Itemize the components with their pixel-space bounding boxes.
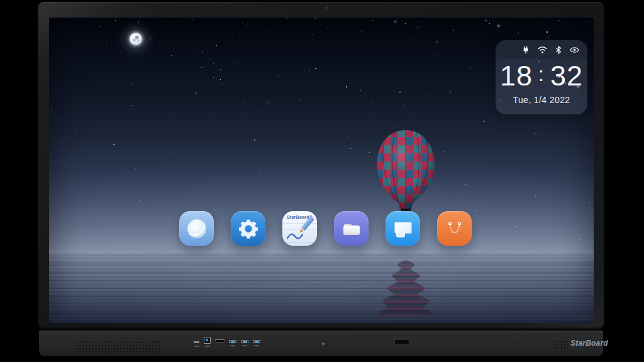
usb-b-touch-port [204,337,211,344]
usb-port [253,340,260,343]
usb-port [229,340,236,343]
folder-icon [340,217,363,240]
shopping-bag-icon [443,217,466,240]
hdmi-port [215,339,225,343]
bluetooth-icon [555,46,562,54]
screen-mirror-icon [392,217,414,240]
ac-port [194,341,199,343]
brand-logo: StarBoard [570,339,605,348]
soundbar-bezel: StarBoard [39,329,603,356]
app-icon-whiteboard[interactable]: StarBoard® [282,211,317,246]
ir-sensor-slot [394,339,409,344]
whiteboard-pencil-icon [285,218,315,243]
clock-minute: 32 [550,62,583,90]
clock-separator: : [538,64,545,84]
eye-protection-icon [570,47,579,53]
hot-air-balloon-image [375,129,436,219]
power-button [321,341,326,347]
clock-date: Tue, 1/4 2022 [496,95,587,105]
speaker-grille-left [75,341,160,354]
browser-globe-icon [186,217,208,240]
home-screen-wallpaper: 18 : 32 Tue, 1/4 2022 [49,18,594,323]
interactive-display-device: 18 : 32 Tue, 1/4 2022 [38,2,604,356]
speaker-grille-right [553,340,570,351]
app-icon-screen-share[interactable] [386,211,420,246]
port-cluster [194,337,260,344]
moon-icon [130,33,142,45]
clock-widget[interactable]: 18 : 32 Tue, 1/4 2022 [496,40,587,114]
app-icon-browser[interactable] [179,211,214,246]
usb-port [241,340,248,343]
clock-time: 18 : 32 [496,62,587,90]
wifi-icon [538,46,547,53]
app-icon-settings[interactable] [231,211,265,246]
app-icon-file-manager[interactable] [334,211,369,246]
water-ripples [49,251,594,323]
camera-icon [325,6,331,12]
clock-hour: 18 [500,62,533,90]
usb-plug-icon [522,46,530,54]
app-dock: StarBoard® [179,211,472,246]
status-bar [496,40,587,59]
app-icon-app-store[interactable] [437,211,472,246]
settings-gear-icon [238,218,259,239]
display-bezel: 18 : 32 Tue, 1/4 2022 [38,2,604,329]
